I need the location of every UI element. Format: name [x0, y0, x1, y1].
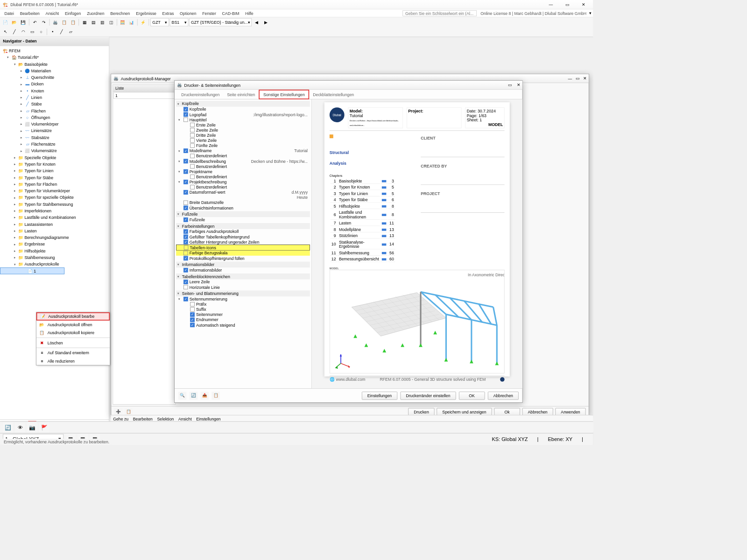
menu-hilfe[interactable]: Hilfe — [242, 10, 256, 16]
settings-item[interactable]: Benutzerdefiniert — [176, 164, 310, 169]
tree-basis-1[interactable]: ▸⊥Querschnitte — [0, 74, 109, 81]
close-button[interactable]: ✕ — [576, 1, 591, 8]
tree-basis-4[interactable]: ▸╱Linien — [0, 94, 109, 101]
tb-circle[interactable]: ○ — [37, 28, 45, 36]
sf-export[interactable]: 📤 — [201, 392, 209, 399]
tb-arc[interactable]: ◠ — [19, 28, 27, 36]
tb-lightning[interactable]: ⚡ — [139, 18, 147, 26]
tree-basis-8[interactable]: ▸⬜Volumenkörper — [0, 121, 109, 127]
tree-basis-6[interactable]: ▸▱Flächen — [0, 107, 109, 114]
ctx-erweitern[interactable]: ≡Auf Standard erweitern — [36, 349, 110, 357]
tab-druckereinstellungen[interactable]: Druckereinstellungen — [177, 90, 223, 98]
tree-folder-7[interactable]: ▸📁Typen für Stahlbemessung — [0, 201, 109, 207]
tb-undo[interactable]: ↶ — [31, 18, 39, 26]
tree-folder-3[interactable]: ▸📁Typen für Stäbe — [0, 174, 109, 181]
menu-ansicht[interactable]: Ansicht — [42, 10, 62, 16]
tree-folder-15[interactable]: ▸📁Stahlbemessung — [0, 254, 109, 261]
settings-max[interactable]: ▭ — [508, 83, 512, 87]
sb-flag[interactable]: 🚩 — [39, 422, 49, 433]
tree-basis-2[interactable]: ▸▬Dicken — [0, 81, 109, 87]
tree-folder-0[interactable]: ▸📁Spezielle Objekte — [0, 154, 109, 161]
tb-redo[interactable]: ↷ — [40, 18, 48, 26]
tb-report[interactable]: 📊 — [127, 18, 135, 26]
tree-folder-9[interactable]: ▸📁Lastfälle und Kombinationen — [0, 214, 109, 221]
tree-file[interactable]: Tutorial.rf6* — [18, 55, 39, 60]
tb-bs-drop[interactable]: BS1▾ — [170, 18, 189, 26]
tree-folder-14[interactable]: ▸📁Hilfsobjekte — [0, 247, 109, 254]
minimize-button[interactable]: — — [543, 1, 558, 8]
menu-zuordnen[interactable]: Zuordnen — [84, 10, 107, 16]
settings-item[interactable]: Tabellen-Icons — [176, 245, 310, 251]
settings-group[interactable]: ▾Informationsbilder — [176, 262, 310, 268]
settings-item[interactable]: ✓Automatisch steigend — [176, 322, 310, 328]
settings-item[interactable]: ▾✓ModellnameTutorial — [176, 148, 310, 154]
menu-datei[interactable]: Datei — [1, 10, 17, 16]
tb-copy[interactable]: 📋 — [60, 18, 68, 26]
settings-item[interactable]: ▾✓Seitennummerierung — [176, 296, 310, 301]
tb-rect[interactable]: ▭ — [28, 28, 36, 36]
settings-item[interactable]: Erste Zeile — [176, 122, 310, 127]
tb-print[interactable]: 🖨️ — [51, 18, 59, 26]
tb-view4[interactable]: ◫ — [107, 18, 115, 26]
settings-item[interactable]: ✓Übersichtsinformationen — [176, 205, 310, 210]
sb-camera[interactable]: 📷 — [27, 422, 37, 433]
tb-node[interactable]: • — [49, 28, 56, 36]
settings-item[interactable]: Zweite Zeile — [176, 127, 310, 133]
tb-surface[interactable]: ▱ — [66, 28, 74, 36]
menu-berechnen[interactable]: Berechnen — [107, 10, 133, 16]
tree-basis-11[interactable]: ▸▱Flächensätze — [0, 141, 109, 147]
tree-folder-13[interactable]: ▸📁Ergebnisse — [0, 241, 109, 247]
tree-folder-10[interactable]: ▸📁Lastassistenten — [0, 221, 109, 227]
sf-einstellungen[interactable]: Einstellungen — [362, 392, 397, 399]
tab-seite-einrichten[interactable]: Seite einrichten — [223, 90, 259, 98]
sb-eye[interactable]: 👁 — [15, 422, 25, 433]
menu-optionen[interactable]: Optionen — [177, 10, 199, 16]
menu-bearbeiten[interactable]: Bearbeiten — [17, 10, 42, 16]
tb-combo-drop[interactable]: GZT (STR/GEO) - Ständig un...▾ — [189, 18, 252, 26]
tree-folder-16[interactable]: ▾📁Ausdruckprotokolle — [0, 261, 109, 267]
settings-item[interactable]: ✓Fußzeile — [176, 217, 310, 222]
tree-protokoll-1[interactable]: 1 — [34, 269, 36, 273]
settings-item[interactable]: ▾Haupttitel — [176, 117, 310, 122]
ctx-oeffnen[interactable]: 📂Ausdruckprotokoll öffnen — [36, 321, 110, 329]
menu-fenster[interactable]: Fenster — [199, 10, 219, 16]
tree-root[interactable]: RFEM — [9, 49, 21, 53]
keyword-search[interactable] — [402, 10, 477, 16]
tb-calc[interactable]: 🧮 — [119, 18, 127, 26]
settings-item[interactable]: ▾✓Projektbeschreibung — [176, 179, 310, 184]
tree-folder-2[interactable]: ▸📁Typen für Linien — [0, 168, 109, 174]
mgr-close[interactable]: ✕ — [583, 76, 586, 81]
settings-item[interactable]: ✓Logopfad:/img/illustrations/report-logo… — [176, 112, 310, 117]
settings-group[interactable]: ▾Fußzeile — [176, 211, 310, 217]
tree-basis-10[interactable]: ▸〰Stabsätze — [0, 134, 109, 140]
tree-basis-0[interactable]: ▸🔵Materialien — [0, 68, 109, 74]
settings-item[interactable]: ✓Leere Zeile — [176, 280, 310, 285]
maximize-button[interactable]: ▭ — [560, 1, 575, 8]
settings-item[interactable]: Benutzerdefiniert — [176, 174, 310, 179]
tbl-menu-ansicht[interactable]: Ansicht — [178, 417, 192, 421]
tb-view2[interactable]: ▤ — [89, 18, 97, 26]
settings-item[interactable]: ✓Endnummer — [176, 317, 310, 322]
ctx-loeschen[interactable]: ✖Löschen — [36, 339, 110, 347]
sf-copy[interactable]: 📋 — [211, 392, 219, 399]
settings-item[interactable]: Breite Datumszelle — [176, 200, 310, 205]
tb-view3[interactable]: ▥ — [98, 18, 106, 26]
settings-item[interactable]: ✓Gefüllter Hintergrund ungerader Zeilen — [176, 239, 310, 245]
tb-member[interactable]: ╱ — [57, 28, 65, 36]
settings-tree[interactable]: ▾Kopfzeile✓Kopfzeile✓Logopfad:/img/illus… — [175, 99, 312, 388]
ctx-reduzieren[interactable]: ≡Alle reduzieren — [36, 357, 110, 365]
settings-item[interactable]: Heute — [176, 195, 310, 200]
menu-ergebnisse[interactable]: Ergebnisse — [133, 10, 159, 16]
settings-close[interactable]: ✕ — [517, 83, 520, 87]
tree-folder-6[interactable]: ▸📁Typen für spezielle Objekte — [0, 194, 109, 201]
tree-folder-1[interactable]: ▸📁Typen für Knoten — [0, 161, 109, 168]
tb-prev[interactable]: ◀ — [253, 18, 261, 26]
tree-basis-5[interactable]: ▸╱Stäbe — [0, 101, 109, 107]
tab-sonstige[interactable]: Sonstige Einstellungen — [259, 90, 309, 99]
menu-extras[interactable]: Extras — [159, 10, 176, 16]
settings-group[interactable]: ▾Farbeinstellungen — [176, 223, 310, 229]
tree-basis-3[interactable]: ▸•Knoten — [0, 87, 109, 94]
settings-item[interactable]: ✓Seitennummer — [176, 312, 310, 317]
settings-item[interactable]: ✓Kopfzeile — [176, 107, 310, 112]
sf-refresh[interactable]: 🔄 — [190, 392, 197, 399]
